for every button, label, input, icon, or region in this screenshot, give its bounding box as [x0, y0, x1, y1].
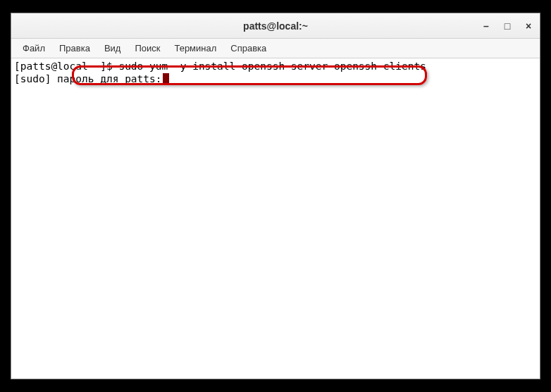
terminal-line-2: [sudo] пароль для patts: [14, 72, 537, 85]
maximize-button[interactable]: □ [502, 20, 513, 32]
window-controls: – □ × [481, 13, 534, 38]
menu-search[interactable]: Поиск [129, 40, 166, 56]
menu-terminal[interactable]: Терминал [168, 40, 222, 56]
cursor-icon [163, 73, 169, 84]
menu-edit[interactable]: Правка [54, 40, 96, 56]
titlebar: patts@local:~ – □ × [11, 13, 540, 39]
menu-view[interactable]: Вид [99, 40, 127, 56]
menu-help[interactable]: Справка [225, 40, 272, 56]
terminal-window: patts@local:~ – □ × Файл Правка Вид Поис… [11, 13, 540, 379]
close-button[interactable]: × [523, 20, 534, 32]
terminal-body[interactable]: [patts@local ~]$ sudo yum -y install ope… [11, 58, 540, 379]
window-title: patts@local:~ [243, 20, 308, 32]
terminal-line-1: [patts@local ~]$ sudo yum -y install ope… [14, 60, 537, 72]
sudo-prefix: [sudo] [14, 72, 57, 85]
password-prompt: пароль для patts: [57, 72, 161, 85]
menubar: Файл Правка Вид Поиск Терминал Справка [11, 39, 540, 58]
menu-file[interactable]: Файл [17, 40, 51, 56]
minimize-button[interactable]: – [481, 20, 492, 32]
